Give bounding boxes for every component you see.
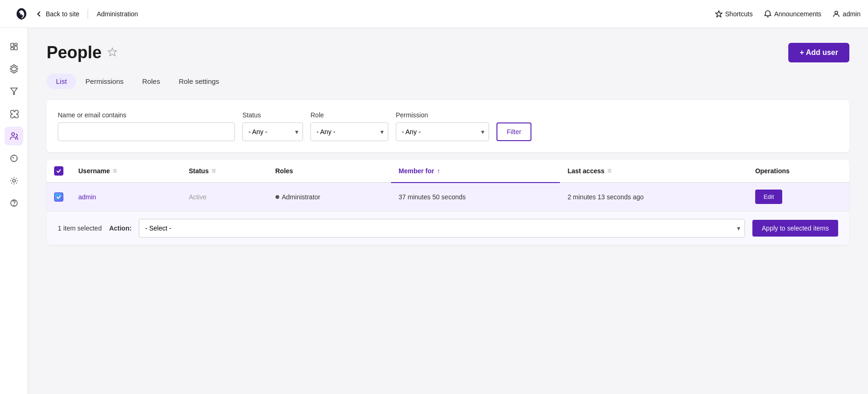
apply-button[interactable]: Apply to selected items [752, 220, 838, 237]
role-field: Role - Any - Administrator Authenticated… [310, 111, 388, 141]
user-operations-cell: Edit [748, 183, 849, 211]
tab-permissions[interactable]: Permissions [76, 74, 133, 89]
user-role-cell: Administrator [268, 183, 392, 211]
filter-row: Name or email contains Status - Any - Ac… [58, 111, 838, 141]
user-menu[interactable]: admin [833, 10, 861, 18]
topbar-nav: Back to site Administration [35, 9, 715, 19]
svg-marker-6 [11, 88, 17, 95]
status-select-wrapper: - Any - Active Blocked ▾ [242, 122, 303, 141]
permission-field: Permission - Any - ▾ [396, 111, 489, 141]
action-select[interactable]: - Select - [139, 219, 745, 238]
sidebar-item-content[interactable] [5, 37, 23, 56]
back-label: Back to site [46, 10, 79, 18]
announcements-label: Announcements [774, 10, 821, 18]
permission-label: Permission [396, 111, 489, 119]
svg-rect-4 [14, 46, 17, 50]
admin-label: Administration [96, 10, 138, 18]
sort-asc-icon: ↑ [437, 167, 440, 175]
svg-rect-2 [11, 43, 14, 47]
role-dot-icon [276, 195, 279, 199]
back-to-site-link[interactable]: Back to site [35, 10, 79, 18]
tab-roles[interactable]: Roles [133, 74, 169, 89]
name-email-input[interactable] [58, 122, 235, 141]
action-label: Action: [109, 224, 131, 232]
sidebar-item-filter[interactable] [5, 82, 23, 101]
col-member-for[interactable]: Member for ↑ [391, 160, 560, 183]
permission-select-wrapper: - Any - ▾ [396, 122, 489, 141]
tab-role-settings[interactable]: Role settings [169, 74, 228, 89]
selected-count: 1 item selected [58, 224, 102, 232]
shortcuts-button[interactable]: Shortcuts [715, 10, 753, 18]
sidebar-item-reports[interactable] [5, 149, 23, 168]
main-content: People + Add user List Permissions Roles… [28, 28, 868, 394]
name-email-field: Name or email contains [58, 111, 235, 141]
app-logo[interactable] [7, 7, 35, 21]
user-member-for-cell: 37 minutes 50 seconds [391, 183, 560, 211]
announcements-button[interactable]: Announcements [764, 10, 821, 18]
page-title-row: People [47, 43, 117, 62]
topbar: Back to site Administration Shortcuts An… [0, 0, 868, 28]
user-link[interactable]: admin [78, 193, 96, 201]
name-email-label: Name or email contains [58, 111, 235, 119]
filter-button[interactable]: Filter [496, 122, 531, 141]
permission-select[interactable]: - Any - [396, 122, 489, 141]
user-status: Active [189, 193, 207, 201]
shortcuts-label: Shortcuts [725, 10, 753, 18]
page-title: People [47, 43, 102, 62]
svg-point-7 [12, 133, 14, 136]
sidebar [0, 0, 28, 394]
username-col-menu-icon[interactable]: ≡ [113, 167, 117, 175]
status-select[interactable]: - Any - Active Blocked [242, 122, 303, 141]
col-last-access[interactable]: Last access ≡ [560, 160, 747, 183]
table-wrapper: Username ≡ Status ≡ [47, 160, 849, 211]
table-card: Username ≡ Status ≡ [47, 160, 849, 245]
action-bar: 1 item selected Action: - Select - ▾ App… [47, 211, 849, 245]
svg-rect-3 [14, 43, 17, 45]
row-checkbox[interactable] [54, 192, 63, 202]
col-status[interactable]: Status ≡ [181, 160, 268, 183]
sidebar-item-help[interactable] [5, 194, 23, 212]
topbar-right: Shortcuts Announcements admin [715, 10, 861, 18]
user-status-cell: Active [181, 183, 268, 211]
user-member-for: 37 minutes 50 seconds [399, 193, 466, 201]
svg-point-11 [14, 205, 14, 206]
col-username[interactable]: Username ≡ [71, 160, 181, 183]
add-user-button[interactable]: + Add user [788, 43, 849, 62]
svg-marker-0 [716, 11, 722, 17]
user-label: admin [843, 10, 861, 18]
select-all-checkbox[interactable] [54, 166, 63, 176]
sidebar-item-settings[interactable] [5, 171, 23, 190]
role-select[interactable]: - Any - Administrator Authenticated user [310, 122, 388, 141]
col-operations: Operations [748, 160, 849, 183]
svg-marker-12 [108, 48, 117, 56]
status-col-menu-icon[interactable]: ≡ [212, 167, 216, 175]
user-username-cell: admin [71, 183, 181, 211]
col-roles[interactable]: Roles [268, 160, 392, 183]
tabs: List Permissions Roles Role settings [47, 74, 849, 89]
sidebar-item-layers[interactable] [5, 60, 23, 78]
action-select-wrapper: - Select - ▾ [139, 219, 745, 238]
tab-list[interactable]: List [47, 74, 76, 89]
svg-point-9 [13, 179, 15, 182]
status-field: Status - Any - Active Blocked ▾ [242, 111, 303, 141]
status-label: Status [242, 111, 303, 119]
edit-button[interactable]: Edit [755, 190, 782, 204]
last-access-col-menu-icon[interactable]: ≡ [607, 167, 612, 175]
sidebar-item-people[interactable] [5, 127, 23, 145]
user-role: Administrator [282, 193, 320, 201]
role-label: Role [310, 111, 388, 119]
table-row: admin Active Administrator [47, 183, 849, 211]
page-header: People + Add user [47, 43, 849, 62]
svg-point-1 [835, 11, 838, 14]
topbar-divider [88, 9, 88, 19]
svg-rect-5 [11, 48, 14, 50]
user-last-access: 2 minutes 13 seconds ago [567, 193, 643, 201]
users-table: Username ≡ Status ≡ [47, 160, 849, 211]
sidebar-item-extensions[interactable] [5, 104, 23, 123]
user-last-access-cell: 2 minutes 13 seconds ago [560, 183, 747, 211]
filter-card: Name or email contains Status - Any - Ac… [47, 100, 849, 152]
role-select-wrapper: - Any - Administrator Authenticated user… [310, 122, 388, 141]
favorite-icon[interactable] [107, 47, 117, 59]
